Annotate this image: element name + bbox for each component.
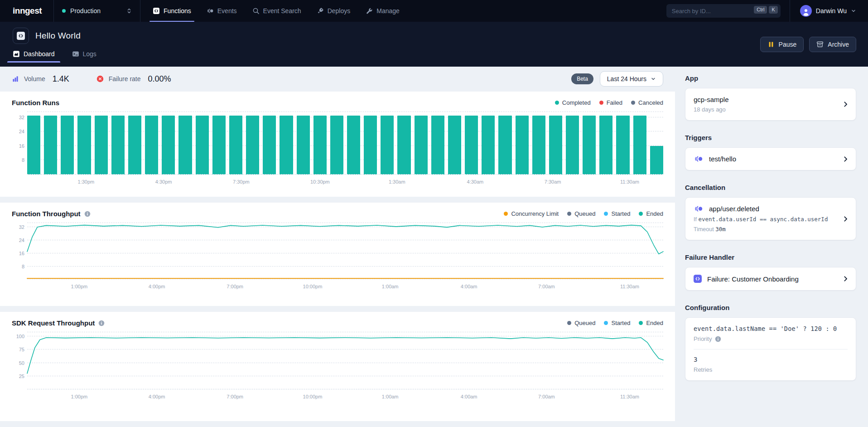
y-axis-tick: 32	[11, 115, 24, 120]
archive-button[interactable]: Archive	[809, 37, 856, 52]
line-series	[27, 223, 663, 279]
nav-tab-deploys[interactable]: Deploys	[309, 0, 358, 22]
y-axis-tick: 16	[11, 251, 24, 256]
cancellation-timeout: Timeout 30m	[694, 226, 838, 233]
bar	[196, 116, 209, 175]
bar	[178, 116, 192, 175]
tab-dashboard[interactable]: Dashboard	[7, 47, 60, 63]
chart-title: SDK Request Throughput	[12, 319, 95, 327]
volume-stat: Volume 1.4K	[12, 74, 69, 84]
x-axis-tick: 7:30am	[545, 179, 561, 184]
chart-title-wrap: Function Runs	[12, 99, 59, 107]
bar	[549, 116, 562, 175]
bar	[162, 116, 175, 175]
legend-dot	[604, 321, 608, 325]
x-axis-line	[27, 279, 663, 279]
bar	[61, 116, 74, 175]
info-icon[interactable]	[84, 211, 91, 217]
avatar	[800, 5, 812, 17]
app-name: gcp-sample	[694, 96, 838, 103]
nav-tab-functions[interactable]: Functions	[145, 0, 199, 22]
divider	[694, 349, 848, 349]
y-axis-tick: 8	[11, 264, 24, 269]
rocket-icon	[317, 7, 324, 15]
chart-icon	[13, 50, 20, 58]
bar	[616, 116, 629, 175]
sdk-request-throughput-section: SDK Request Throughput QueuedStartedEnde…	[0, 312, 675, 421]
time-range-dropdown[interactable]: Last 24 Hours	[600, 71, 663, 87]
info-icon[interactable]	[98, 320, 105, 326]
legend-label: Canceled	[638, 99, 663, 106]
x-axis-tick: 7:30pm	[233, 179, 250, 184]
tab-logs[interactable]: Logs	[67, 47, 102, 63]
plot-area: 81624321:00pm4:00pm7:00pm10:00pm1:00am4:…	[12, 223, 663, 293]
nav-tab-label: Functions	[164, 7, 191, 15]
x-axis-line	[27, 389, 663, 389]
bar	[633, 116, 646, 175]
plot-area: 81624321:30pm4:30pm7:30pm10:30pm1:30am4:…	[12, 112, 663, 188]
nav-tab-label: Events	[217, 7, 237, 15]
user-menu[interactable]: Darwin Wu	[790, 5, 856, 17]
chart-header: Function Throughput Concurrency LimitQue…	[12, 210, 663, 218]
search-icon	[252, 7, 260, 15]
bar	[415, 116, 428, 175]
inngest-logo[interactable]: inngest	[13, 6, 42, 16]
x-axis-tick: 11:30am	[620, 394, 639, 399]
y-axis-tick: 100	[11, 334, 24, 339]
failure-handler-heading: Failure Handler	[685, 253, 856, 261]
function-tabs: DashboardLogs	[0, 47, 868, 63]
chevron-right-icon	[842, 101, 849, 108]
bar	[516, 116, 529, 175]
failure-handler-card[interactable]: Failure: Customer Onboarding	[685, 267, 856, 291]
function-header: Hello World DashboardLogs Pause Archive	[0, 22, 868, 67]
nav-tab-events[interactable]: Events	[199, 0, 245, 22]
app-card[interactable]: gcp-sample 18 days ago	[685, 88, 856, 121]
trigger-card[interactable]: test/hello	[685, 147, 856, 170]
info-icon[interactable]	[715, 336, 721, 342]
stats-bar: Volume 1.4K Failure rate 0.00% Beta Last…	[0, 67, 675, 92]
bar	[448, 116, 461, 175]
function-title-row: Hello World	[0, 22, 868, 44]
bar	[77, 116, 91, 175]
timeout-label: Timeout	[694, 226, 714, 233]
cancellation-condition: If event.data.userId == async.data.userI…	[694, 216, 838, 223]
pause-button[interactable]: Pause	[760, 37, 804, 52]
event-signal-icon	[694, 205, 704, 212]
x-axis-tick: 7:00am	[538, 394, 555, 399]
volume-icon	[12, 75, 19, 82]
chart-header: Function Runs CompletedFailedCanceled	[12, 99, 663, 107]
legend-item-started: Started	[604, 210, 630, 217]
bar	[229, 116, 242, 175]
main-column: Volume 1.4K Failure rate 0.00% Beta Last…	[0, 67, 675, 427]
retries-value: 3	[694, 356, 848, 363]
environment-label: Production	[70, 7, 101, 15]
bar	[650, 146, 663, 175]
cancellation-section: Cancellation app/user.deleted If event.d…	[685, 184, 856, 240]
nav-tab-label: Deploys	[328, 7, 351, 15]
x-axis-tick: 1:00am	[382, 284, 399, 289]
nav-tab-manage[interactable]: Manage	[358, 0, 407, 22]
chart-title: Function Throughput	[12, 210, 81, 218]
legend-label: Queued	[574, 320, 595, 326]
archive-icon	[816, 41, 824, 48]
y-axis-tick: 32	[11, 224, 24, 230]
triggers-section: Triggers test/hello	[685, 134, 856, 170]
x-axis-tick: 4:00pm	[149, 394, 165, 399]
person-icon	[802, 8, 810, 16]
function-actions: Pause Archive	[760, 37, 856, 52]
legend-dot	[599, 101, 603, 105]
time-range-value: Last 24 Hours	[607, 75, 646, 82]
cancellation-card[interactable]: app/user.deleted If event.data.userId ==…	[685, 197, 856, 240]
environment-selector[interactable]: Production	[54, 0, 140, 22]
chart-title-wrap: Function Throughput	[12, 210, 91, 218]
legend-dot	[604, 212, 608, 216]
bar	[128, 116, 141, 175]
legend-dot	[504, 212, 508, 216]
chevron-down-icon	[651, 76, 656, 82]
nav-tab-event-search[interactable]: Event Search	[245, 0, 309, 22]
y-axis-tick: 24	[11, 238, 24, 243]
chart-title-wrap: SDK Request Throughput	[12, 319, 105, 327]
bar	[44, 116, 57, 175]
chart-header: SDK Request Throughput QueuedStartedEnde…	[12, 319, 663, 327]
x-axis-tick: 11:30am	[620, 179, 639, 184]
